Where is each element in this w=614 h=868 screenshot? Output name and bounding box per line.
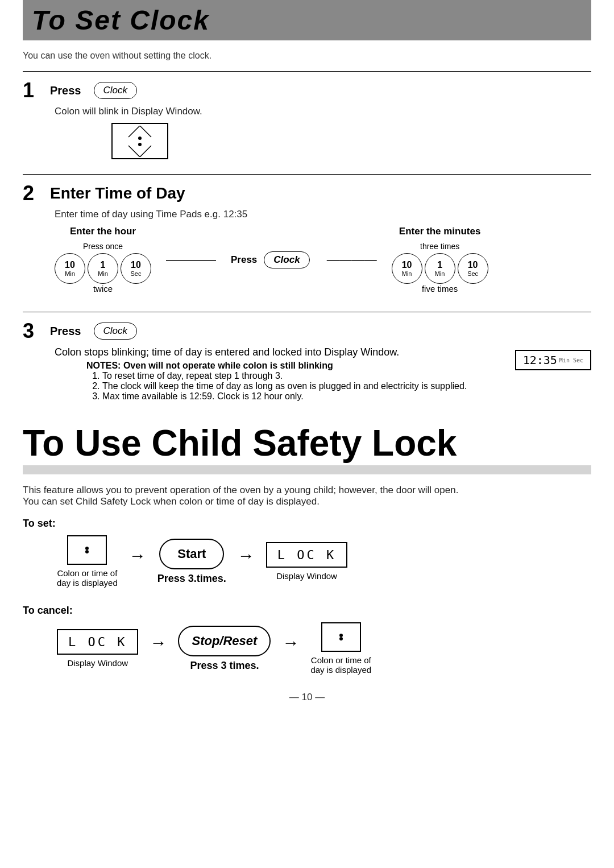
display-window-step1 (111, 123, 168, 159)
set-colon-display (67, 535, 107, 565)
clock-button-step2[interactable]: Clock (264, 251, 309, 268)
step-3-row: Colon stops blinking; time of day is ent… (55, 346, 591, 402)
pad-10min-min[interactable]: 10 Min (392, 253, 422, 284)
to-set-section: To set: Colon or time ofday is displayed… (23, 518, 591, 588)
set-step3-label: Display Window (276, 571, 337, 581)
svg-point-4 (138, 137, 142, 140)
three-times-label: three times (420, 242, 459, 251)
clock-button-step3[interactable]: Clock (94, 323, 138, 340)
set-press-3-times: Press 3.times. (157, 573, 226, 585)
step-3-notes-bold: NOTES: Oven will not operate while colon… (86, 361, 333, 370)
pad-10min-top: 10 (65, 259, 75, 270)
display-time-window: 12:35 Min Sec (515, 350, 591, 370)
pad-10sec-bot: Sec (131, 270, 142, 278)
step-2-description: Enter time of day using Time Pads e.g. 1… (55, 209, 591, 220)
dot-bottom (85, 550, 89, 553)
step-2-header: 2 Enter Time of Day (23, 181, 591, 205)
cancel-flow-step1: L OC K Display Window (57, 629, 138, 668)
press-once-label: Press once (83, 242, 123, 251)
cancel-flow-step2: Stop/Reset Press 3 times. (178, 626, 271, 672)
svg-line-3 (128, 146, 140, 157)
set-flow-step3: L OC K Display Window (266, 542, 347, 581)
pad-10min-min-bot: Min (402, 270, 412, 278)
step1-display-area (55, 123, 225, 159)
pad-1min-min-top: 1 (437, 259, 442, 270)
svg-point-5 (138, 143, 142, 146)
step-3-title: Press (50, 325, 81, 338)
page-title: To Set Clock (32, 5, 582, 36)
pad-10min-bot: Min (65, 270, 75, 278)
pad-10sec-top: 10 (131, 259, 141, 270)
step-1-header: 1 Press Clock (23, 78, 591, 102)
pad-10sec[interactable]: 10 Sec (121, 253, 151, 284)
pad-1min-min-bot: Min (435, 270, 445, 278)
child-lock-title: To Use Child Safety Lock (23, 423, 591, 463)
arrow-to-minutes: ———— (327, 253, 377, 267)
lock-display-set: L OC K (266, 542, 347, 568)
to-cancel-section: To cancel: L OC K Display Window → Stop/… (23, 605, 591, 675)
step-2-content: Enter the hour Press once 10 Min 1 Min 1… (55, 226, 591, 294)
step-3-notes-list: To reset time of day, repeat step 1 thro… (102, 371, 498, 402)
arrow-to-press: ———— (166, 253, 216, 267)
press-word-2: Press (231, 254, 257, 266)
display-diagonal-svg (114, 126, 165, 157)
svg-line-1 (128, 126, 140, 137)
pad-10sec-min-bot: Sec (467, 270, 478, 278)
step-3-display: 12:35 Min Sec (515, 348, 591, 370)
start-button[interactable]: Start (159, 539, 224, 569)
cancel-step3-label: Colon or time ofday is displayed (310, 655, 371, 675)
step-3-number: 3 (23, 319, 40, 343)
display-time-unit: Min Sec (559, 357, 583, 363)
step-1-description: Colon will blink in Display Window. (55, 106, 591, 117)
svg-line-0 (140, 126, 151, 137)
press-clock-section: Press Clock (231, 251, 312, 268)
child-lock-title-bar (23, 465, 591, 474)
time-entry-row: Enter the hour Press once 10 Min 1 Min 1… (55, 226, 591, 294)
enter-minutes-section: Enter the minutes three times 10 Min 1 M… (392, 226, 488, 294)
set-flow-step1: Colon or time ofday is displayed (57, 535, 118, 588)
minute-pads: 10 Min 1 Min 10 Sec (392, 253, 488, 284)
cancel-flow-step3: Colon or time ofday is displayed (310, 622, 371, 675)
to-set-flow: Colon or time ofday is displayed → Start… (57, 535, 591, 588)
twice-label: twice (93, 284, 113, 294)
note-1: To reset time of day, repeat step 1 thro… (102, 371, 498, 381)
subtitle-note: You can use the oven without setting the… (23, 51, 591, 61)
note-3: Max time available is 12:59. Clock is 12… (102, 391, 498, 402)
step-3-description: Colon stops blinking; time of day is ent… (55, 346, 498, 358)
pad-1min-min[interactable]: 1 Min (425, 253, 455, 284)
five-times-label: five times (422, 284, 458, 294)
set-flow-step2: Start Press 3.times. (157, 539, 226, 585)
lock-display-cancel: L OC K (57, 629, 138, 655)
cancel-press-3-times: Press 3 times. (190, 660, 259, 672)
pad-10min[interactable]: 10 Min (55, 253, 85, 284)
step-2-number: 2 (23, 181, 40, 205)
child-lock-section: To Use Child Safety Lock This feature al… (23, 423, 591, 507)
step-3-block: 3 Press Clock Colon stops blinking; time… (23, 312, 591, 406)
enter-hour-label: Enter the hour (70, 226, 136, 237)
clock-button-step1[interactable]: Clock (94, 82, 138, 99)
pad-10min-min-top: 10 (402, 259, 412, 270)
step-1-title: Press (50, 84, 81, 97)
pad-10sec-min[interactable]: 10 Sec (458, 253, 488, 284)
cancel-colon-display (321, 622, 361, 652)
stop-reset-button[interactable]: Stop/Reset (178, 626, 271, 656)
pad-1min[interactable]: 1 Min (88, 253, 118, 284)
pad-10sec-min-top: 10 (468, 259, 478, 270)
set-arrow-2: → (238, 546, 255, 565)
cancel-step1-label: Display Window (67, 658, 128, 668)
step-3-notes: NOTES: Oven will not operate while colon… (86, 361, 498, 402)
page-title-section: To Set Clock (23, 0, 591, 40)
set-step1-label: Colon or time ofday is displayed (57, 568, 118, 588)
display-time-value: 12:35 (523, 353, 557, 367)
to-set-label: To set: (23, 518, 591, 530)
hour-pads: 10 Min 1 Min 10 Sec (55, 253, 151, 284)
step-1-number: 1 (23, 78, 40, 102)
step-3-header: 3 Press Clock (23, 319, 591, 343)
set-arrow-1: → (129, 546, 146, 565)
pad-1min-top: 1 (101, 259, 106, 270)
pad-1min-bot: Min (98, 270, 108, 278)
step-1-block: 1 Press Clock Colon will blink in Displa… (23, 71, 591, 170)
set-colon-dots (85, 547, 89, 553)
step-2-block: 2 Enter Time of Day Enter time of day us… (23, 174, 591, 307)
page-number: — 10 — (23, 692, 591, 703)
